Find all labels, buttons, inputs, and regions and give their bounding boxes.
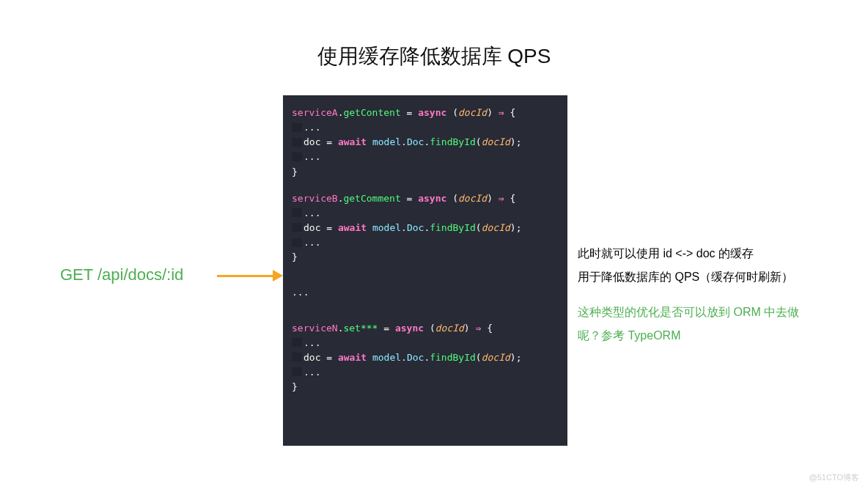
code-line: } (292, 250, 559, 265)
annotation-text: 此时就可以使用 id <-> doc 的缓存 用于降低数据库的 QPS（缓存何时… (578, 242, 799, 348)
code-line: ... (292, 150, 559, 164)
arrow-line (217, 275, 274, 277)
code-line: serviceN.set*** = async (docId) ⇒ { (292, 321, 559, 336)
annotation-line-3: 这种类型的优化是否可以放到 ORM 中去做 (578, 301, 799, 324)
code-line: ... (292, 120, 559, 135)
code-line: ... (292, 365, 559, 380)
watermark: @51CTO博客 (809, 472, 859, 483)
code-line: serviceA.getContent = async (docId) ⇒ { (292, 106, 559, 120)
code-line: } (292, 165, 559, 180)
code-ellipsis: ... (292, 285, 559, 300)
annotation-line-2: 用于降低数据库的 QPS（缓存何时刷新） (578, 265, 799, 289)
api-route-label: GET /api/docs/:id (60, 265, 183, 284)
slide-title: 使用缓存降低数据库 QPS (0, 43, 868, 70)
annotation-line-1: 此时就可以使用 id <-> doc 的缓存 (578, 242, 799, 265)
code-line: ... (292, 235, 559, 250)
code-block: serviceA.getContent = async (docId) ⇒ { … (283, 95, 567, 446)
annotation-line-4: 呢？参考 TypeORM (578, 324, 799, 348)
code-line: ... (292, 206, 559, 221)
code-line: doc = await model.Doc.findById(docId); (292, 221, 559, 235)
code-line: doc = await model.Doc.findById(docId); (292, 135, 559, 150)
arrow-head-icon (273, 270, 283, 282)
code-line: doc = await model.Doc.findById(docId); (292, 350, 559, 365)
code-line: ... (292, 336, 559, 350)
code-line: serviceB.getComment = async (docId) ⇒ { (292, 191, 559, 206)
code-line: } (292, 380, 559, 394)
